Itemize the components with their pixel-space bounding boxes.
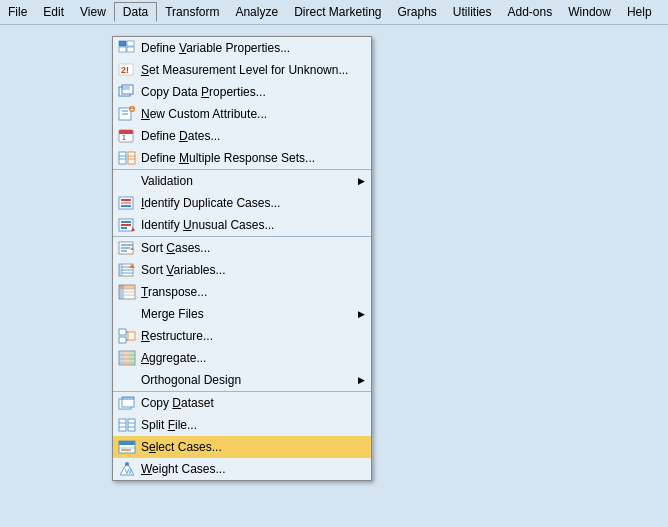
menu-item-define-dates[interactable]: 1 Define Dates... <box>113 125 371 147</box>
svg-rect-25 <box>121 199 131 201</box>
menu-data[interactable]: Data <box>114 2 157 22</box>
menu-label: Select Cases... <box>141 440 365 454</box>
menu-label: Sort Variables... <box>141 263 365 277</box>
menu-item-select-cases[interactable]: Select Cases... <box>113 436 371 458</box>
menu-label: Define Variable Properties... <box>141 41 365 55</box>
define-variable-properties-icon <box>117 40 137 56</box>
menu-label: Copy Data Properties... <box>141 85 365 99</box>
validation-icon <box>117 173 137 189</box>
menu-label: Weight Cases... <box>141 462 365 476</box>
menu-analyze[interactable]: Analyze <box>227 3 286 21</box>
svg-rect-1 <box>119 47 126 52</box>
svg-text:2!: 2! <box>121 65 129 75</box>
aggregate-icon <box>117 350 137 366</box>
menu-label: Orthogonal Design <box>141 373 348 387</box>
menu-item-orthogonal-design[interactable]: Orthogonal Design <box>113 369 371 391</box>
svg-rect-30 <box>121 224 131 226</box>
menu-item-weight-cases[interactable]: W Weight Cases... <box>113 458 371 480</box>
svg-rect-27 <box>121 205 131 207</box>
menu-label: Set Measurement Level for Unknown... <box>141 63 365 77</box>
menu-label: Copy Dataset <box>141 396 365 410</box>
menu-label: Split File... <box>141 418 365 432</box>
data-dropdown-menu: Define Variable Properties... 2! Set Mea… <box>112 36 372 481</box>
orthogonal-design-icon <box>117 372 137 388</box>
menu-graphs[interactable]: Graphs <box>389 3 444 21</box>
menu-item-copy-dataset[interactable]: Copy Dataset <box>113 391 371 414</box>
menu-item-copy-data-properties[interactable]: Copy Data Properties... <box>113 81 371 103</box>
svg-rect-26 <box>121 202 131 204</box>
menu-item-sort-cases[interactable]: Sort Cases... <box>113 236 371 259</box>
transpose-icon <box>117 284 137 300</box>
svg-rect-31 <box>121 227 127 229</box>
copy-data-properties-icon <box>117 84 137 100</box>
menu-item-define-multiple-response-sets[interactable]: Define Multiple Response Sets... <box>113 147 371 169</box>
menu-add-ons[interactable]: Add-ons <box>500 3 561 21</box>
menu-item-define-variable-properties[interactable]: Define Variable Properties... <box>113 37 371 59</box>
menu-label: Identify Unusual Cases... <box>141 218 365 232</box>
menu-window[interactable]: Window <box>560 3 619 21</box>
merge-files-icon <box>117 306 137 322</box>
menu-label: Merge Files <box>141 307 348 321</box>
define-multiple-response-sets-icon <box>117 150 137 166</box>
menu-item-new-custom-attribute[interactable]: + New Custom Attribute... <box>113 103 371 125</box>
menu-label: Identify Duplicate Cases... <box>141 196 365 210</box>
menu-label: Define Multiple Response Sets... <box>141 151 365 165</box>
svg-point-77 <box>125 462 129 466</box>
svg-rect-65 <box>119 419 126 431</box>
svg-rect-7 <box>122 85 133 94</box>
svg-rect-46 <box>119 285 135 289</box>
menu-edit[interactable]: Edit <box>35 3 72 21</box>
menu-utilities[interactable]: Utilities <box>445 3 500 21</box>
menu-label: Aggregate... <box>141 351 365 365</box>
menu-item-split-file[interactable]: Split File... <box>113 414 371 436</box>
svg-rect-18 <box>119 152 126 164</box>
menu-item-aggregate[interactable]: Aggregate... <box>113 347 371 369</box>
svg-rect-2 <box>127 41 134 46</box>
menu-view[interactable]: View <box>72 3 114 21</box>
svg-rect-19 <box>128 152 135 164</box>
restructure-icon <box>117 328 137 344</box>
svg-rect-51 <box>119 337 126 343</box>
weight-cases-icon: W <box>117 461 137 477</box>
menu-item-transpose[interactable]: Transpose... <box>113 281 371 303</box>
menu-label: New Custom Attribute... <box>141 107 365 121</box>
menubar: File Edit View Data Transform Analyze Di… <box>0 0 668 25</box>
sort-cases-icon <box>117 240 137 256</box>
menu-help[interactable]: Help <box>619 3 660 21</box>
svg-rect-64 <box>122 397 134 400</box>
menu-item-restructure[interactable]: Restructure... <box>113 325 371 347</box>
menu-direct-marketing[interactable]: Direct Marketing <box>286 3 389 21</box>
menu-label: Restructure... <box>141 329 365 343</box>
new-custom-attribute-icon: + <box>117 106 137 122</box>
identify-duplicate-cases-icon <box>117 195 137 211</box>
svg-text:+: + <box>130 106 134 113</box>
svg-rect-50 <box>119 329 126 335</box>
menu-item-set-measurement-level[interactable]: 2! Set Measurement Level for Unknown... <box>113 59 371 81</box>
menu-label: Define Dates... <box>141 129 365 143</box>
menu-item-validation[interactable]: Validation <box>113 169 371 192</box>
svg-rect-3 <box>127 47 134 52</box>
menu-item-sort-variables[interactable]: Sort Variables... <box>113 259 371 281</box>
define-dates-icon: 1 <box>117 128 137 144</box>
menu-label: Transpose... <box>141 285 365 299</box>
identify-unusual-cases-icon <box>117 217 137 233</box>
svg-rect-52 <box>128 332 135 340</box>
set-measurement-icon: 2! <box>117 62 137 78</box>
svg-rect-29 <box>121 221 131 223</box>
menu-item-identify-unusual-cases[interactable]: Identify Unusual Cases... <box>113 214 371 236</box>
svg-rect-74 <box>121 449 131 451</box>
menu-file[interactable]: File <box>0 3 35 21</box>
svg-text:W: W <box>125 468 132 475</box>
menu-transform[interactable]: Transform <box>157 3 227 21</box>
svg-text:1: 1 <box>122 134 126 141</box>
svg-rect-0 <box>119 41 126 46</box>
menu-label: Sort Cases... <box>141 241 365 255</box>
split-file-icon <box>117 417 137 433</box>
copy-dataset-icon <box>117 395 137 411</box>
sort-variables-icon <box>117 262 137 278</box>
menu-label: Validation <box>141 174 348 188</box>
select-cases-icon <box>117 439 137 455</box>
menu-item-merge-files[interactable]: Merge Files <box>113 303 371 325</box>
menu-item-identify-duplicate-cases[interactable]: Identify Duplicate Cases... <box>113 192 371 214</box>
svg-rect-72 <box>119 441 135 445</box>
